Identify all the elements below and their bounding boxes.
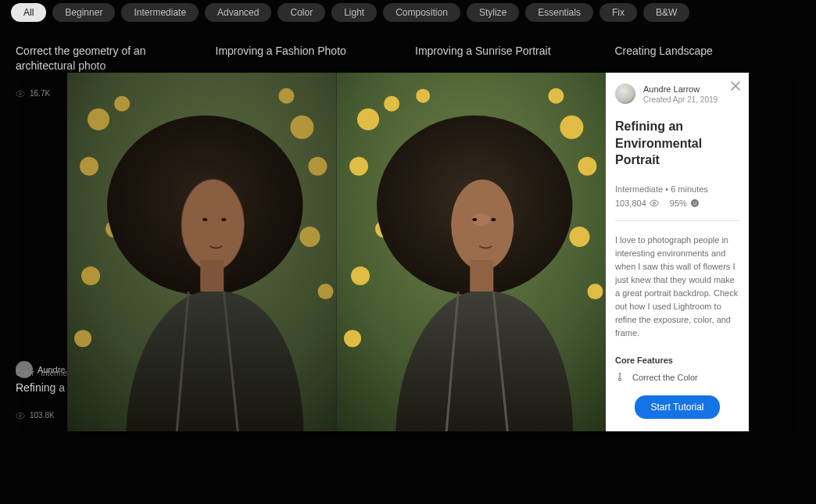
- svg-point-46: [619, 378, 621, 381]
- card-title: Correct the geometry of an architectural…: [16, 44, 202, 73]
- filter-pill[interactable]: Fix: [599, 3, 637, 22]
- svg-point-10: [278, 88, 294, 104]
- svg-point-15: [74, 330, 91, 347]
- author-avatar: [615, 84, 635, 104]
- svg-point-14: [317, 284, 333, 299]
- card-views: 16.7K: [30, 89, 50, 98]
- card-views: 103.8K: [30, 411, 55, 420]
- start-tutorial-button[interactable]: Start Tutorial: [635, 395, 719, 419]
- before-image: [67, 73, 337, 431]
- created-date: Created Apr 21, 2019: [643, 95, 718, 104]
- eye-icon: [650, 198, 659, 208]
- filter-pill[interactable]: All: [11, 3, 46, 22]
- svg-point-30: [351, 266, 370, 285]
- start-button-wrap: Start Tutorial: [606, 395, 749, 419]
- tutorial-title: Refining an Environmental Portrait: [615, 118, 739, 169]
- svg-point-43: [691, 199, 699, 207]
- svg-point-2: [20, 414, 22, 416]
- svg-point-8: [290, 116, 313, 139]
- eye-icon: [16, 411, 25, 420]
- feature-label: Correct the Color: [632, 373, 698, 382]
- filter-pill[interactable]: B&W: [643, 3, 689, 22]
- before-after-image: [67, 73, 606, 431]
- core-features-title: Core Features: [615, 356, 739, 365]
- level-label: Intermediate: [615, 184, 663, 194]
- filter-pill[interactable]: Beginner: [52, 3, 115, 22]
- author-name: Aundre Larrow: [643, 84, 718, 94]
- svg-point-44: [693, 202, 694, 202]
- svg-point-23: [357, 109, 379, 130]
- filter-bar: AllBeginnerIntermediateAdvancedColorLigh…: [0, 0, 816, 28]
- after-image: [337, 73, 607, 431]
- svg-point-20: [202, 218, 207, 221]
- svg-point-28: [548, 88, 564, 104]
- svg-point-31: [569, 227, 589, 247]
- modal-sidebar: Aundre Larrow Created Apr 21, 2019 Refin…: [606, 73, 749, 431]
- svg-point-7: [80, 157, 98, 176]
- svg-point-13: [299, 227, 320, 247]
- filter-pill[interactable]: Stylize: [467, 3, 519, 22]
- svg-point-42: [653, 202, 655, 204]
- view-count: 103,804: [615, 198, 646, 208]
- thermometer-icon: [615, 373, 625, 382]
- description: I love to photograph people in interesti…: [615, 234, 739, 340]
- sidebar-scroll[interactable]: Aundre Larrow Created Apr 21, 2019 Refin…: [615, 84, 746, 384]
- svg-point-34: [416, 89, 430, 103]
- svg-point-6: [114, 96, 130, 112]
- svg-point-24: [384, 96, 399, 112]
- feature-item: Correct the Color: [615, 373, 739, 382]
- filter-pill[interactable]: Advanced: [205, 3, 271, 22]
- stats-row: 103,804 95%: [615, 198, 739, 208]
- svg-point-32: [587, 284, 603, 299]
- svg-point-26: [560, 116, 583, 139]
- filter-pill[interactable]: Color: [277, 3, 325, 22]
- duration-label: 6 minutes: [671, 184, 708, 194]
- filter-pill[interactable]: Light: [331, 3, 377, 22]
- svg-point-0: [20, 92, 22, 95]
- svg-point-40: [472, 218, 477, 221]
- svg-point-41: [491, 218, 496, 221]
- eye-icon: [16, 89, 25, 98]
- card-title: Improving a Fashion Photo: [216, 44, 402, 59]
- svg-point-45: [696, 202, 696, 202]
- filter-pill[interactable]: Intermediate: [121, 3, 199, 22]
- svg-point-21: [221, 218, 226, 221]
- filter-pill[interactable]: Composition: [383, 3, 460, 22]
- svg-point-33: [344, 330, 361, 347]
- svg-point-25: [349, 157, 368, 176]
- filter-pill[interactable]: Essentials: [525, 3, 593, 22]
- happy-pct: 95%: [670, 198, 687, 208]
- svg-point-9: [308, 157, 327, 176]
- card-title: Improving a Sunrise Portrait: [415, 44, 601, 59]
- svg-point-12: [81, 266, 100, 285]
- svg-rect-39: [470, 260, 493, 291]
- author-row: Aundre Larrow Created Apr 21, 2019: [615, 84, 739, 104]
- svg-rect-19: [200, 260, 224, 291]
- meta-row: Intermediate • 6 minutes: [615, 184, 739, 194]
- svg-point-27: [578, 157, 596, 176]
- tutorial-modal: Aundre Larrow Created Apr 21, 2019 Refin…: [67, 73, 749, 431]
- card-title: Creating Landscape: [615, 44, 801, 59]
- svg-point-5: [88, 109, 109, 130]
- separator: [615, 220, 739, 221]
- smile-icon: [690, 198, 700, 208]
